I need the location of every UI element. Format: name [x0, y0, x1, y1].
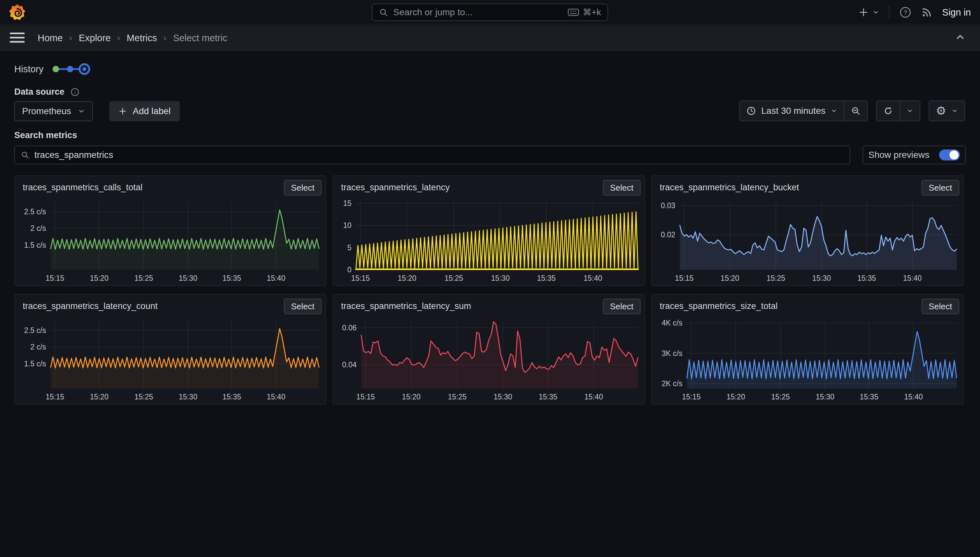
select-metric-button[interactable]: Select [284, 180, 322, 195]
breadcrumb-home[interactable]: Home [38, 33, 63, 44]
panel-title: traces_spanmetrics_size_total [660, 301, 777, 311]
datasource-label: Data source [14, 87, 65, 97]
svg-text:?: ? [904, 9, 907, 16]
breadcrumb: Home › Explore › Metrics › Select metric [38, 25, 227, 50]
search-metrics-label: Search metrics [14, 130, 77, 140]
svg-text:2.5 c/s: 2.5 c/s [24, 326, 46, 335]
datasource-picker[interactable]: Prometheus [14, 101, 93, 121]
toggle-knob [949, 150, 959, 160]
refresh-button[interactable] [876, 101, 900, 121]
svg-text:15:35: 15:35 [222, 393, 241, 401]
history-step-icon[interactable] [52, 66, 59, 72]
svg-text:2.5 c/s: 2.5 c/s [24, 207, 46, 216]
svg-text:15:25: 15:25 [771, 393, 790, 401]
svg-text:15:15: 15:15 [682, 393, 701, 401]
zoom-out-button[interactable] [844, 101, 868, 121]
metric-panel-latency-sum: traces_spanmetrics_latency_sum Select 15… [333, 294, 645, 405]
clock-icon [746, 106, 756, 116]
metric-panel-latency: traces_spanmetrics_latency Select 15:151… [333, 175, 645, 286]
menu-toggle-button[interactable] [10, 30, 24, 46]
svg-text:15:15: 15:15 [46, 274, 64, 282]
breadcrumb-metrics[interactable]: Metrics [127, 33, 157, 44]
help-button[interactable]: ? [899, 6, 911, 18]
keyboard-icon [568, 8, 579, 16]
sign-in-button[interactable]: Sign in [942, 7, 971, 18]
svg-text:0.03: 0.03 [661, 201, 675, 210]
svg-text:15:20: 15:20 [727, 393, 745, 401]
svg-text:15:30: 15:30 [493, 393, 512, 401]
select-metric-button[interactable]: Select [921, 299, 959, 314]
select-metric-button[interactable]: Select [603, 299, 640, 314]
panel-title: traces_spanmetrics_calls_total [23, 182, 142, 192]
svg-text:15:35: 15:35 [539, 393, 557, 401]
add-label-text: Add label [133, 106, 171, 116]
metric-preview-chart[interactable]: 15:1515:2015:2515:3015:3515:400.020.03 [655, 197, 959, 283]
svg-text:15:30: 15:30 [179, 274, 198, 282]
svg-text:15:15: 15:15 [351, 274, 370, 282]
zoom-out-icon [851, 106, 861, 116]
new-menu-button[interactable] [858, 7, 879, 18]
svg-text:15:40: 15:40 [903, 274, 922, 282]
metric-preview-chart[interactable]: 15:1515:2015:2515:3015:3515:400.040.06 [336, 316, 640, 402]
svg-text:15:35: 15:35 [858, 274, 876, 282]
svg-text:2 c/s: 2 c/s [30, 343, 46, 351]
metric-panel-latency-bucket: traces_spanmetrics_latency_bucket Select… [651, 175, 964, 286]
refresh-interval-dropdown[interactable] [900, 101, 920, 121]
metric-preview-chart[interactable]: 15:1515:2015:2515:3015:3515:40051015 [336, 197, 640, 283]
svg-text:15:15: 15:15 [675, 274, 694, 282]
history-step-icon[interactable] [67, 66, 74, 72]
info-icon[interactable]: i [70, 88, 80, 97]
show-previews-toggle[interactable] [939, 150, 960, 161]
svg-text:0: 0 [347, 265, 351, 274]
breadcrumb-explore[interactable]: Explore [79, 33, 111, 44]
history-section: History [14, 62, 92, 77]
metric-preview-chart[interactable]: 15:1515:2015:2515:3015:3515:401.5 c/s2 c… [18, 316, 322, 402]
svg-text:15:25: 15:25 [134, 393, 153, 401]
chart-svg: 15:1515:2015:2515:3015:3515:401.5 c/s2 c… [18, 197, 322, 283]
help-icon: ? [899, 6, 911, 18]
keyboard-shortcut-hint: ⌘+k [568, 7, 601, 18]
time-range-picker[interactable]: Last 30 minutes [739, 101, 844, 121]
metric-preview-chart[interactable]: 15:1515:2015:2515:3015:3515:402K c/s3K c… [655, 316, 959, 402]
grafana-app: ⌘+k ? [0, 0, 980, 557]
chevron-down-icon [906, 107, 913, 114]
chart-svg: 15:1515:2015:2515:3015:3515:401.5 c/s2 c… [18, 316, 322, 402]
metric-panel-size-total: traces_spanmetrics_size_total Select 15:… [651, 294, 964, 405]
chevron-down-icon [872, 9, 879, 16]
grafana-logo-icon[interactable] [8, 3, 26, 21]
svg-text:3K c/s: 3K c/s [662, 349, 683, 358]
svg-text:15:25: 15:25 [448, 393, 467, 401]
plus-icon [858, 7, 869, 18]
svg-text:10: 10 [343, 221, 351, 230]
metric-preview-chart[interactable]: 15:1515:2015:2515:3015:3515:401.5 c/s2 c… [18, 197, 322, 283]
shortcut-label: ⌘+k [583, 7, 601, 18]
panel-title: traces_spanmetrics_latency_count [23, 301, 158, 311]
global-search-box[interactable]: ⌘+k [372, 3, 608, 21]
svg-text:15:40: 15:40 [267, 393, 286, 401]
collapse-toolbar-button[interactable] [955, 31, 966, 44]
breadcrumb-separator: › [163, 33, 167, 43]
svg-text:15:20: 15:20 [721, 274, 740, 282]
search-metrics-input[interactable] [34, 150, 844, 160]
news-button[interactable] [921, 7, 932, 18]
svg-text:15:15: 15:15 [46, 393, 64, 401]
svg-text:0.02: 0.02 [661, 231, 675, 239]
chart-svg: 15:1515:2015:2515:3015:3515:400.020.03 [655, 197, 959, 283]
settings-button[interactable]: ⚙ [929, 101, 965, 121]
svg-text:4K c/s: 4K c/s [662, 319, 683, 327]
hamburger-icon [10, 33, 24, 34]
svg-text:15:20: 15:20 [90, 274, 109, 282]
svg-text:15:25: 15:25 [766, 274, 785, 282]
select-metric-button[interactable]: Select [921, 180, 959, 195]
svg-text:15:40: 15:40 [904, 393, 923, 401]
select-metric-button[interactable]: Select [603, 180, 640, 195]
select-metric-button[interactable]: Select [284, 299, 322, 314]
global-search-input[interactable] [393, 7, 568, 18]
breadcrumb-separator: › [69, 33, 72, 43]
svg-text:2K c/s: 2K c/s [662, 379, 683, 388]
rss-icon [921, 7, 932, 18]
svg-text:15:20: 15:20 [398, 274, 416, 282]
svg-text:15:30: 15:30 [179, 393, 198, 401]
history-timeline[interactable] [52, 62, 92, 77]
add-label-button[interactable]: Add label [109, 101, 180, 121]
